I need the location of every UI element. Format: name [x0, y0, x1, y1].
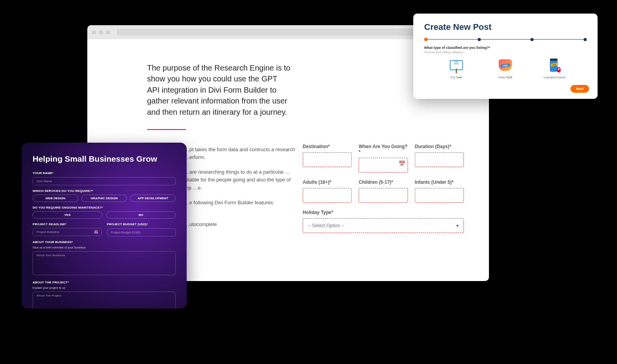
calendar-icon: 📅: [94, 230, 98, 234]
label-about-project: ABOUT THE PROJECT*: [33, 281, 176, 284]
desc-p2: …are researching things to do at a parti…: [184, 168, 299, 191]
input-adults[interactable]: [303, 188, 352, 203]
field-when: When Are You Going?* 📅: [359, 144, 407, 173]
input-deadline-wrap[interactable]: Project Deadline 📅: [33, 228, 102, 236]
label-services: WHICH SERVICES DO YOU REQUIRE?*: [33, 189, 176, 193]
category-row: FORSALE For Sale FREE Free Stuff LOST Lo…: [424, 58, 587, 79]
cat-label: Lost and Found: [539, 76, 570, 79]
chevron-down-icon: ▾: [456, 223, 459, 228]
step-line: [428, 39, 478, 40]
intro-underline: [147, 129, 186, 130]
label-about-business: ABOUT YOUR BUSINESS*: [33, 240, 176, 244]
field-infants: Infants (Under 5)*: [415, 179, 464, 203]
maint-yes[interactable]: YES: [33, 211, 102, 219]
desc-p3: …e following Divi Form Builder features:: [184, 199, 299, 207]
label-holiday-type: Holiday Type*: [303, 210, 464, 215]
input-children[interactable]: [359, 188, 407, 203]
input-your-name[interactable]: [33, 177, 176, 185]
input-duration[interactable]: [415, 152, 464, 167]
cat-label: For Sale: [441, 76, 472, 79]
traffic-light-max[interactable]: [106, 30, 110, 35]
input-budget[interactable]: [107, 228, 176, 236]
desc-p4: …utocomplete: [184, 221, 299, 228]
traffic-light-close[interactable]: [92, 30, 96, 35]
label-duration: Duration (Days)*: [415, 144, 464, 149]
textarea-about-business[interactable]: [33, 251, 176, 275]
business-form-title: Helping Small Businesses Grow: [33, 154, 176, 164]
field-holiday-type: Holiday Type* -- Select Option -- ▾: [303, 210, 464, 233]
cat-free-stuff[interactable]: FREE Free Stuff: [490, 58, 521, 79]
label-maintenance: DO YOU REQUIRE ONGOING MAINTENACE?*: [33, 206, 176, 209]
step-1[interactable]: [424, 38, 428, 41]
label-destination: Destination*: [303, 144, 352, 149]
calendar-icon: 📅: [399, 160, 405, 167]
label-your-name: YOUR NAME*: [33, 171, 176, 175]
field-destination: Destination*: [303, 144, 352, 173]
label-budget: PROJECT BUDGET (USD)*: [107, 223, 176, 226]
step-line: [481, 39, 531, 40]
service-app-development[interactable]: APP DEVELOPMENT: [130, 195, 176, 202]
label-children: Children (5-17)*: [359, 179, 407, 185]
sub-about-project: Explain your project to us: [33, 286, 176, 290]
select-placeholder: -- Select Option --: [308, 223, 345, 228]
description-block: …pt takes the form data and contructs a …: [184, 146, 299, 235]
cat-label: Free Stuff: [490, 76, 521, 79]
business-form-card: Helping Small Businesses Grow YOUR NAME*…: [22, 143, 187, 309]
traffic-light-min[interactable]: [99, 30, 103, 35]
label-adults: Adults (18+)*: [303, 179, 352, 185]
label-deadline: PROJECT DEADLINE*: [33, 223, 102, 226]
research-form: Destination* When Are You Going?* 📅 Dura…: [303, 144, 464, 233]
select-holiday-type[interactable]: -- Select Option -- ▾: [303, 218, 464, 233]
stepper: [424, 38, 587, 41]
cat-for-sale[interactable]: FORSALE For Sale: [441, 58, 472, 79]
for-sale-icon: FORSALE: [449, 58, 464, 73]
services-row: WEB DESIGN GRAPHIC DESIGN APP DEVELOPMEN…: [33, 195, 176, 202]
intro-text: The purpose of the Research Engine is to…: [147, 62, 291, 117]
field-children: Children (5-17)*: [359, 179, 407, 203]
cat-lost-found[interactable]: LOST Lost and Found: [539, 58, 570, 79]
service-web-design[interactable]: WEB DESIGN: [33, 195, 78, 202]
lost-found-icon: LOST: [547, 58, 562, 73]
next-button[interactable]: Next: [570, 85, 589, 93]
maint-no[interactable]: NO: [106, 211, 176, 219]
field-adults: Adults (18+)*: [303, 179, 352, 203]
step-line: [534, 39, 584, 40]
input-destination[interactable]: [303, 152, 352, 167]
post-question: What type of classified are you listing?…: [424, 46, 587, 50]
step-4[interactable]: [584, 38, 587, 41]
textarea-about-project[interactable]: [33, 292, 176, 309]
step-2[interactable]: [478, 38, 481, 41]
post-subtext: Choose your listing category…: [424, 50, 587, 54]
maintenance-row: YES NO: [33, 211, 176, 219]
input-when[interactable]: 📅: [359, 158, 407, 173]
step-3[interactable]: [530, 38, 534, 41]
field-duration: Duration (Days)*: [415, 144, 464, 173]
input-infants[interactable]: [415, 188, 464, 203]
sub-about-business: Give us a brief overview of your busines…: [33, 246, 176, 249]
label-infants: Infants (Under 5)*: [415, 179, 464, 185]
service-graphic-design[interactable]: GRAPHIC DESIGN: [81, 195, 127, 202]
create-post-title: Create New Post: [424, 22, 587, 32]
label-when: When Are You Going?*: [359, 144, 407, 155]
create-post-card: Create New Post What type of classified …: [413, 14, 598, 99]
desc-p1: …pt takes the form data and contructs a …: [184, 146, 299, 161]
free-stuff-icon: FREE: [497, 58, 513, 73]
input-deadline-ph: Project Deadline: [36, 230, 59, 234]
intro-block: The purpose of the Research Engine is to…: [147, 62, 291, 130]
